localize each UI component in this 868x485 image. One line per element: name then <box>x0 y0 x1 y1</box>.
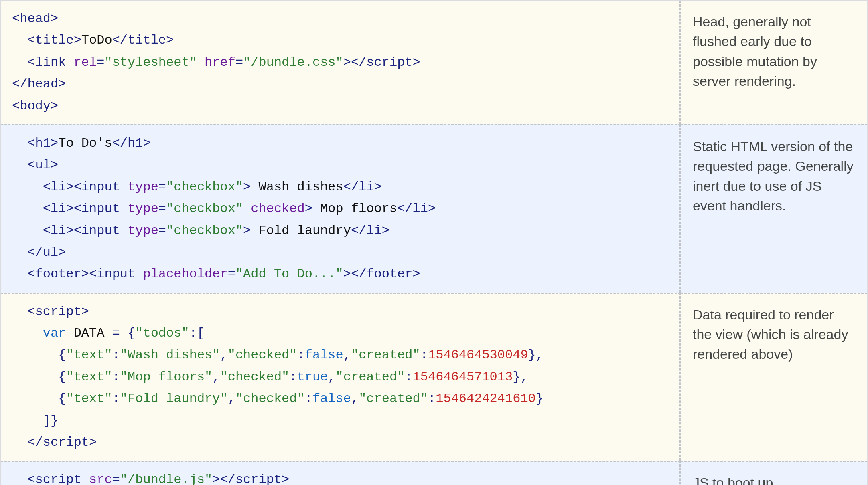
token-str: "Wash dishes" <box>120 348 220 362</box>
token-tag: <script <box>27 472 81 485</box>
token-tag: <link <box>27 55 66 70</box>
token-tag: , <box>212 370 220 384</box>
annotation-text: Head, generally not flushed early due to… <box>693 12 855 91</box>
token-tag: <script> <box>27 304 89 319</box>
token-tag: </li> <box>351 223 389 238</box>
token-tag: : <box>112 391 120 406</box>
token-tag: <body> <box>12 99 58 113</box>
token-text <box>12 33 27 48</box>
code-line: var DATA = {"todos":[ <box>12 323 670 344</box>
token-text <box>12 158 27 172</box>
token-tag: , <box>343 348 351 362</box>
token-tag: > <box>212 472 220 485</box>
token-tag: </script <box>351 55 413 70</box>
token-tag: ipt> <box>259 472 290 485</box>
token-tag: , <box>228 391 235 406</box>
code-line: {"text":"Fold laundry","checked":false,"… <box>12 388 670 410</box>
token-str: "checkbox" <box>166 223 243 238</box>
token-attr: checked <box>251 201 304 216</box>
token-str: "text" <box>66 370 112 384</box>
token-text <box>12 180 43 194</box>
section-row: <script> var DATA = {"todos":[ {"text":"… <box>1 293 867 461</box>
token-tag: </ul> <box>27 245 66 260</box>
token-attr: placeholder <box>143 267 227 281</box>
token-tag: <h1> <box>27 136 58 151</box>
token-tag: , <box>351 391 359 406</box>
token-text <box>12 391 58 406</box>
token-str: "/bundle.js" <box>120 472 212 485</box>
token-str: "checked" <box>235 391 305 406</box>
token-text: DATA <box>66 326 112 341</box>
token-attr: type <box>128 201 158 216</box>
section-row: <head> <title>ToDo</title> <link rel="st… <box>1 1 867 124</box>
code-line: {"text":"Mop floors","checked":true,"cre… <box>12 366 670 388</box>
code-line: ]} <box>12 410 670 432</box>
token-tag: : <box>112 348 120 362</box>
token-tag: : <box>428 391 436 406</box>
token-tag: = <box>97 55 104 70</box>
token-tag: <ul> <box>27 158 58 172</box>
token-text <box>12 201 43 216</box>
token-tag: = <box>158 180 166 194</box>
code-line: <script src="/bundle.js"></script> <box>12 469 670 485</box>
token-tag: <footer><input <box>27 267 135 281</box>
token-tag: = <box>158 223 166 238</box>
token-tag: = <box>112 472 120 485</box>
token-bool: false <box>312 391 351 406</box>
token-str: "checkbox" <box>166 201 243 216</box>
token-text <box>12 326 43 341</box>
token-tag: > <box>305 201 312 216</box>
code-block: <script src="/bundle.js"></script></body… <box>1 461 681 485</box>
code-line: <title>ToDo</title> <box>12 30 670 51</box>
token-num: 1546464530049 <box>428 348 528 362</box>
token-str: "/bundle.css" <box>243 55 343 70</box>
token-attr: src <box>89 472 112 485</box>
code-line: <body> <box>12 95 670 117</box>
token-tag: </footer> <box>351 267 420 281</box>
token-tag: <li><input <box>43 223 120 238</box>
token-text <box>12 348 58 362</box>
token-tag: > <box>243 180 251 194</box>
code-annotation-diagram: <head> <title>ToDo</title> <link rel="st… <box>0 0 868 485</box>
token-text: Mop floors <box>312 201 397 216</box>
token-text <box>12 304 27 319</box>
token-tag: : <box>289 370 297 384</box>
token-tag: <title> <box>27 33 81 48</box>
token-tag: }, <box>513 370 528 384</box>
token-tag: = <box>112 326 120 341</box>
token-text <box>12 55 27 70</box>
token-text <box>12 136 27 151</box>
token-text <box>197 55 205 70</box>
code-line: <li><input type="checkbox"> Wash dishes<… <box>12 176 670 198</box>
token-str: "Mop floors" <box>120 370 212 384</box>
token-text <box>120 223 128 238</box>
token-str: "created" <box>351 348 420 362</box>
code-line: <h1>To Do's</h1> <box>12 133 670 154</box>
token-str: "text" <box>66 348 112 362</box>
token-str: "checkbox" <box>166 180 243 194</box>
token-attr: type <box>128 223 158 238</box>
token-str: "stylesheet" <box>104 55 197 70</box>
token-bool: true <box>297 370 328 384</box>
token-tag: : <box>112 370 120 384</box>
token-tag: </scr <box>27 435 66 450</box>
token-str: "Fold laundry" <box>120 391 228 406</box>
code-line: <footer><input placeholder="Add To Do...… <box>12 263 670 285</box>
token-text <box>12 223 43 238</box>
token-str: "checked" <box>228 348 297 362</box>
token-str: "text" <box>66 391 112 406</box>
token-tag: :[ <box>189 326 205 341</box>
token-tag: > <box>413 55 420 70</box>
token-tag: }, <box>528 348 544 362</box>
token-num: 1546424241610 <box>436 391 536 406</box>
code-line: <ul> <box>12 154 670 176</box>
code-line: <li><input type="checkbox"> Fold laundry… <box>12 220 670 242</box>
code-block: <head> <title>ToDo</title> <link rel="st… <box>1 1 681 124</box>
token-tag: = <box>228 267 235 281</box>
token-tag: <li><input <box>43 180 120 194</box>
token-text <box>12 435 27 450</box>
token-text <box>81 472 89 485</box>
token-tag: : <box>420 348 428 362</box>
token-text <box>12 413 43 428</box>
token-text: ToDo <box>81 33 112 48</box>
